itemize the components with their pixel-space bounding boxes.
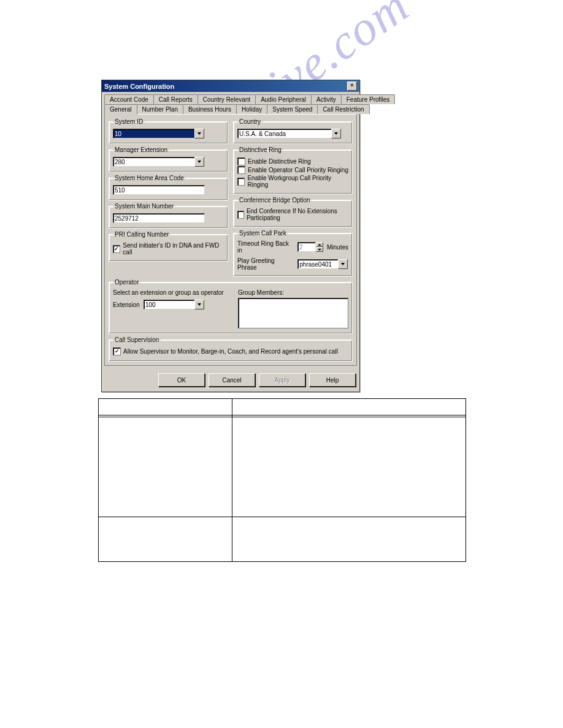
tab-general[interactable]: General	[104, 104, 137, 115]
phrase-value: phrase0401	[299, 261, 332, 268]
timeout-spinner[interactable]: 2	[297, 242, 323, 252]
window-title: System Configuration	[104, 83, 174, 90]
distinctive-opt-1: Enable Operator Call Priority Ringing	[248, 167, 348, 173]
timeout-label: Timeout Ring Back in	[237, 240, 294, 254]
group-home-area: System Home Area Code 510	[109, 175, 228, 200]
operator-ext-combo[interactable]: 100	[144, 300, 205, 309]
legend-main-number: System Main Number	[113, 203, 175, 210]
tab-country-relevant[interactable]: Country Relevant	[197, 94, 256, 104]
group-manager-ext: Manager Extension 280	[109, 146, 228, 172]
main-number-input[interactable]: 2529712	[113, 213, 205, 223]
chevron-down-icon[interactable]	[194, 129, 204, 138]
distinctive-opt-0: Enable Distinctive Ring	[248, 158, 311, 165]
legend-operator: Operator	[113, 279, 140, 286]
group-pri: PRI Calling Number Send initiater's ID i…	[109, 231, 228, 262]
dialog-buttons: OK Cancel Apply Help	[102, 368, 359, 392]
phrase-combo[interactable]: phrase0401	[297, 259, 348, 269]
group-members-label: Group Members:	[238, 289, 348, 296]
tab-activity[interactable]: Activity	[311, 94, 342, 104]
tab-account-code[interactable]: Account Code	[104, 94, 154, 104]
operator-priority-checkbox[interactable]	[237, 166, 245, 174]
tab-holiday[interactable]: Holiday	[236, 104, 267, 114]
tab-audio-peripheral[interactable]: Audio Peripheral	[255, 94, 312, 104]
tab-call-restriction[interactable]: Call Restriction	[317, 104, 369, 114]
group-conference: Conference Bridge Option End Conference …	[233, 197, 353, 227]
distinctive-opt-2: Enable Workgroup Call Priority Ringing	[247, 175, 348, 188]
chevron-down-icon[interactable]	[194, 300, 204, 309]
pri-checkbox[interactable]	[113, 245, 120, 253]
legend-country: Country	[237, 118, 262, 125]
legend-pri: PRI Calling Number	[113, 231, 170, 238]
ok-button[interactable]: OK	[158, 373, 205, 387]
operator-prompt: Select an extension or group as operator	[113, 289, 229, 296]
chevron-down-icon[interactable]	[194, 157, 204, 167]
help-button[interactable]: Help	[309, 373, 356, 387]
end-conference-checkbox[interactable]	[237, 211, 244, 219]
timeout-value[interactable]: 2	[297, 242, 316, 252]
cancel-button[interactable]: Cancel	[209, 373, 255, 387]
apply-button[interactable]: Apply	[259, 373, 305, 387]
tab-business-hours[interactable]: Business Hours	[183, 104, 237, 114]
distinctive-ring-checkbox[interactable]	[237, 157, 245, 165]
group-distinctive: Distinctive Ring Enable Distinctive Ring…	[233, 146, 353, 194]
tab-feature-profiles[interactable]: Feature Profiles	[341, 94, 396, 104]
legend-callpark: System Call Park	[237, 230, 288, 237]
system-id-combo[interactable]: 10	[113, 129, 205, 138]
legend-home-area: System Home Area Code	[113, 175, 186, 181]
phrase-label: Play Greeting Phrase	[237, 257, 294, 271]
manager-ext-combo[interactable]: 280	[113, 157, 205, 167]
chevron-down-icon[interactable]	[331, 129, 341, 138]
close-icon[interactable]: ×	[347, 82, 357, 91]
pri-check-label: Send initiater's ID in DNA and FWD call	[123, 242, 224, 256]
legend-manager-ext: Manager Extension	[113, 146, 169, 153]
group-main-number: System Main Number 2529712	[109, 203, 228, 229]
country-combo[interactable]: U.S.A. & Canada	[237, 129, 342, 138]
legend-conference: Conference Bridge Option	[237, 197, 312, 203]
spin-up-icon[interactable]	[316, 242, 323, 247]
group-supervision: Call Supervision Allow Supervisor to Mon…	[109, 336, 353, 362]
supervision-check-label: Allow Supervisor to Monitor, Barge-in, C…	[123, 348, 338, 355]
group-callpark: System Call Park Timeout Ring Back in 2 …	[233, 230, 353, 276]
chevron-down-icon[interactable]	[338, 259, 348, 269]
titlebar: System Configuration ×	[102, 80, 359, 92]
group-members-listbox[interactable]	[238, 298, 348, 328]
operator-ext-value: 100	[145, 301, 156, 308]
system-config-dialog: System Configuration × Account Code Call…	[101, 80, 360, 392]
operator-ext-label: Extension	[113, 301, 140, 308]
conference-check-label: End Conference If No Extensions Particip…	[247, 208, 348, 221]
group-operator: Operator Select an extension or group as…	[109, 279, 353, 334]
home-area-input[interactable]: 510	[113, 185, 205, 195]
tab-system-speed[interactable]: System Speed	[267, 104, 318, 114]
supervision-checkbox[interactable]	[113, 347, 121, 355]
tab-number-plan[interactable]: Number Plan	[137, 104, 183, 114]
group-country: Country U.S.A. & Canada	[233, 118, 353, 144]
group-system-id: System ID 10	[109, 118, 228, 144]
country-value: U.S.A. & Canada	[239, 131, 286, 137]
manager-ext-value: 280	[115, 159, 125, 165]
tab-strip: Account Code Call Reports Country Releva…	[102, 92, 359, 114]
tab-call-reports[interactable]: Call Reports	[153, 94, 198, 104]
legend-supervision: Call Supervision	[113, 336, 161, 343]
legend-distinctive: Distinctive Ring	[237, 146, 283, 153]
spin-down-icon[interactable]	[316, 247, 323, 252]
doc-table	[98, 398, 466, 562]
legend-system-id: System ID	[113, 118, 145, 125]
system-id-value: 10	[115, 131, 121, 137]
timeout-unit: Minutes	[327, 244, 348, 251]
workgroup-priority-checkbox[interactable]	[237, 178, 245, 186]
